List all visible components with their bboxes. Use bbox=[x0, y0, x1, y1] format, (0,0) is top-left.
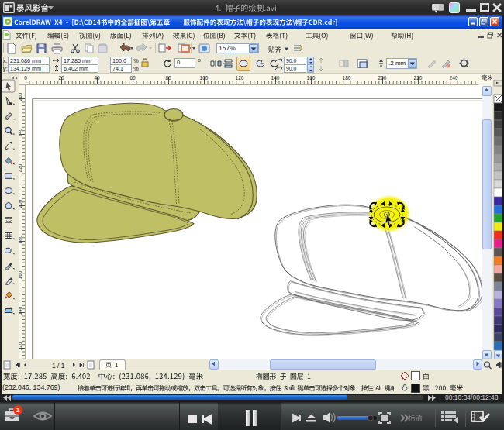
svg-text:140: 140 bbox=[19, 306, 22, 315]
svg-text:100: 100 bbox=[200, 75, 209, 81]
svg-text:1: 1 bbox=[16, 406, 20, 414]
svg-text:220: 220 bbox=[19, 163, 22, 172]
svg-text:120: 120 bbox=[19, 342, 22, 350]
svg-text:0: 0 bbox=[24, 75, 27, 81]
svg-text:160: 160 bbox=[307, 75, 316, 81]
svg-text:140: 140 bbox=[271, 75, 280, 81]
svg-text:260: 260 bbox=[19, 92, 22, 101]
svg-text:40: 40 bbox=[94, 75, 100, 81]
svg-text:160: 160 bbox=[19, 270, 22, 279]
svg-text:1 / 1: 1 / 1 bbox=[52, 362, 65, 370]
svg-text:200: 200 bbox=[378, 75, 387, 81]
svg-text:60: 60 bbox=[129, 75, 136, 81]
svg-text:180: 180 bbox=[19, 235, 22, 243]
svg-text:220: 220 bbox=[414, 75, 423, 81]
svg-text:80: 80 bbox=[165, 75, 171, 81]
svg-text:180: 180 bbox=[343, 75, 351, 81]
svg-text:20: 20 bbox=[58, 75, 64, 81]
svg-text:240: 240 bbox=[450, 75, 458, 81]
svg-text:120: 120 bbox=[236, 75, 244, 81]
svg-text:240: 240 bbox=[19, 128, 22, 136]
svg-text:200: 200 bbox=[19, 199, 22, 208]
